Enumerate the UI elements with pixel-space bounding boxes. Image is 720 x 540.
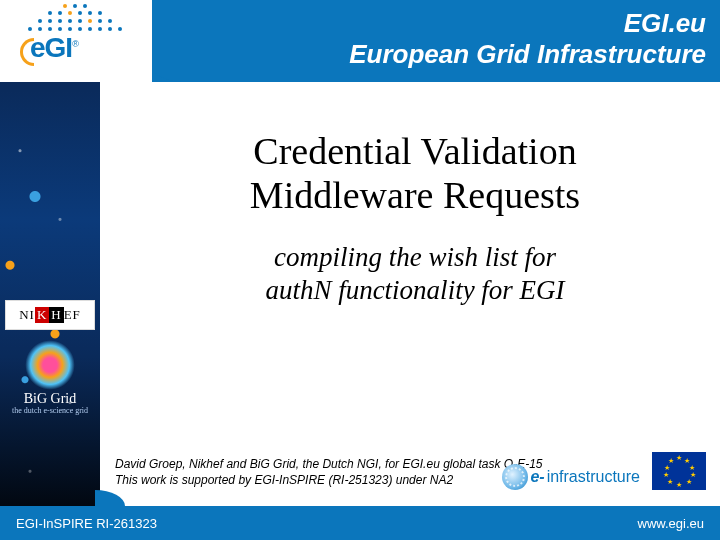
- einfra-prefix: e-: [530, 468, 544, 486]
- logo-area: eGI®: [0, 0, 152, 82]
- svg-point-26: [83, 4, 87, 8]
- footer-left: EGI-InSPIRE RI-261323: [16, 516, 157, 531]
- biggrid-logo: BiG Grid the dutch e-science grid: [12, 340, 88, 415]
- svg-point-5: [78, 27, 82, 31]
- biggrid-name: BiG Grid: [12, 392, 88, 407]
- footer-right: www.egi.eu: [638, 516, 704, 531]
- svg-point-6: [88, 27, 92, 31]
- title-line-2: Middleware Requests: [250, 174, 580, 216]
- svg-point-3: [58, 27, 62, 31]
- svg-point-14: [78, 19, 82, 23]
- einfra-word: infrastructure: [547, 468, 640, 486]
- footer-curve-icon: [95, 490, 125, 506]
- einfrastructure-logo: e-infrastructure: [502, 464, 640, 490]
- svg-point-18: [48, 11, 52, 15]
- credits-text: David Groep, Nikhef and BiG Grid, the Du…: [115, 456, 543, 488]
- org-tagline: European Grid Infrastructure: [152, 39, 706, 70]
- subtitle-line-1: compiling the wish list for: [274, 242, 556, 272]
- partner-logos: NIKHEF BiG Grid the dutch e-science grid: [0, 300, 100, 480]
- subtitle-line-2: authN functionality for EGI: [265, 275, 564, 305]
- svg-point-24: [63, 4, 67, 8]
- header-banner: eGI® EGI.eu European Grid Infrastructure: [0, 0, 720, 82]
- nikhef-ef: EF: [64, 307, 81, 323]
- nikhef-h: H: [49, 307, 63, 323]
- svg-point-11: [48, 19, 52, 23]
- svg-point-23: [98, 11, 102, 15]
- org-name: EGI.eu: [152, 8, 706, 39]
- credits-line-2: This work is supported by EGI-InSPIRE (R…: [115, 472, 543, 488]
- egi-logo-dots-icon: [20, 4, 130, 34]
- slide-title: Credential Validation Middleware Request…: [120, 130, 710, 217]
- svg-point-1: [38, 27, 42, 31]
- svg-point-16: [98, 19, 102, 23]
- svg-point-9: [118, 27, 122, 31]
- svg-point-22: [88, 11, 92, 15]
- svg-point-21: [78, 11, 82, 15]
- nikhef-ni: NI: [19, 307, 35, 323]
- egi-logo-text: eGI®: [30, 32, 78, 64]
- svg-point-4: [68, 27, 72, 31]
- einfra-globe-icon: [502, 464, 528, 490]
- credits-line-1: David Groep, Nikhef and BiG Grid, the Du…: [115, 456, 543, 472]
- svg-point-15: [88, 19, 92, 23]
- svg-point-8: [108, 27, 112, 31]
- svg-point-25: [73, 4, 77, 8]
- footer-bar: EGI-InSPIRE RI-261323 www.egi.eu: [0, 506, 720, 540]
- svg-point-19: [58, 11, 62, 15]
- svg-point-10: [38, 19, 42, 23]
- svg-point-13: [68, 19, 72, 23]
- nikhef-k: K: [35, 307, 49, 323]
- svg-point-7: [98, 27, 102, 31]
- egi-logo-registered: ®: [72, 39, 78, 49]
- egi-logo-arc-icon: [20, 38, 34, 66]
- biggrid-burst-icon: [25, 340, 75, 390]
- svg-point-20: [68, 11, 72, 15]
- title-banner: EGI.eu European Grid Infrastructure: [152, 0, 720, 82]
- svg-point-0: [28, 27, 32, 31]
- svg-point-12: [58, 19, 62, 23]
- eu-flag-icon: ★ ★ ★ ★ ★ ★ ★ ★ ★ ★: [652, 452, 706, 490]
- svg-point-2: [48, 27, 52, 31]
- egi-logo-letters: eGI: [30, 32, 72, 63]
- slide-subtitle: compiling the wish list for authN functi…: [120, 241, 710, 306]
- biggrid-sub: the dutch e-science grid: [12, 407, 88, 415]
- nikhef-logo: NIKHEF: [5, 300, 95, 330]
- svg-point-17: [108, 19, 112, 23]
- title-line-1: Credential Validation: [253, 130, 576, 172]
- main-content: Credential Validation Middleware Request…: [120, 130, 710, 306]
